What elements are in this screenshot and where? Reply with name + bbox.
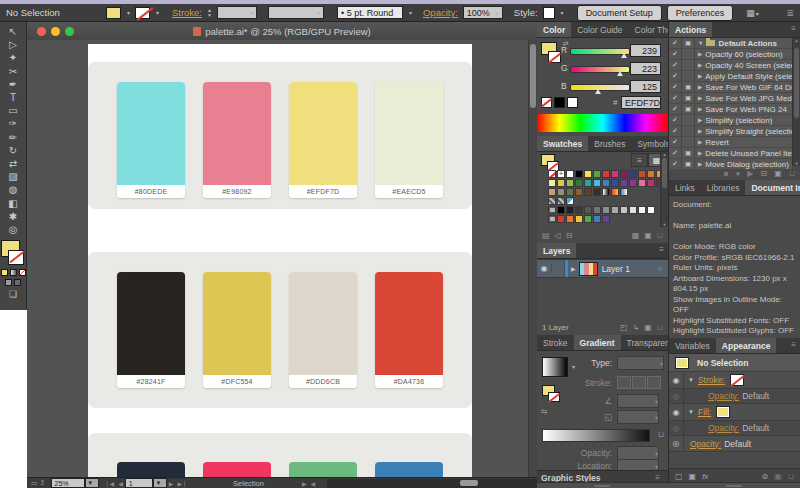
zoom-button[interactable] — [65, 27, 74, 36]
swatch-cell[interactable] — [611, 179, 619, 187]
swatch-cell[interactable] — [629, 197, 637, 205]
black-color-chip[interactable] — [554, 97, 565, 108]
swatch-cell[interactable] — [566, 215, 574, 223]
opacity-attribute-link[interactable]: Opacity: — [708, 391, 739, 401]
green-slider-thumb[interactable] — [617, 71, 623, 76]
stroke-attribute-link[interactable]: Stroke: — [698, 375, 725, 385]
visibility-eye-icon[interactable]: ◎ — [669, 421, 684, 435]
width-profile-select[interactable]: ▾ — [268, 6, 324, 19]
swatch-color[interactable] — [117, 82, 185, 185]
annotation-icon[interactable]: ▭ — [31, 479, 38, 487]
opacity-label-link[interactable]: Opacity: — [423, 7, 458, 18]
swatch-options-icon[interactable]: ⊟ — [566, 231, 573, 240]
swatch-cell[interactable] — [584, 206, 592, 214]
tool-icon[interactable]: ✱ — [3, 210, 23, 223]
none-color-chip[interactable] — [541, 97, 552, 108]
panel-menu-icon[interactable]: ≡ — [787, 22, 800, 37]
swatch-cell[interactable] — [638, 215, 646, 223]
tab-graphic-styles[interactable]: Graphic Styles — [541, 473, 601, 483]
action-row[interactable]: ✓ ▶ Revert — [669, 137, 792, 147]
stroke-label-link[interactable]: Stroke: — [172, 7, 202, 18]
canvas-pasteboard[interactable]: #80DEDE #E98092 #EFDF7D #EAECD5 #28241F — [27, 40, 537, 478]
color-swatch-card[interactable]: #E98092 — [203, 82, 271, 198]
action-check-icon[interactable]: ✓ — [669, 71, 682, 81]
add-fill-icon[interactable]: ▣ — [689, 472, 697, 481]
action-expand-icon[interactable]: ▶ — [698, 150, 702, 156]
color-swatch-card[interactable] — [203, 462, 271, 478]
swatch-cell[interactable] — [557, 179, 565, 187]
stroke-dropdown-icon[interactable]: ▾ — [156, 9, 159, 16]
swatch-color[interactable] — [375, 462, 443, 478]
action-row[interactable]: ✓ ▶ Opacity 40 Screen (select... — [669, 60, 792, 70]
swatch-cell[interactable] — [647, 197, 655, 205]
swatch-libraries-icon[interactable]: ▤ — [542, 231, 550, 240]
action-row[interactable]: ✓ ▣ ▶ Save For Web PNG 24 — [669, 104, 792, 114]
layer-thumbnail[interactable] — [579, 262, 598, 276]
layer-target-icon[interactable]: ○ — [657, 264, 662, 273]
layer-visibility-icon[interactable]: ◉ — [537, 264, 552, 273]
visibility-eye-icon[interactable]: ◎ — [669, 389, 684, 403]
brush-select[interactable]: • 5 pt. Round — [337, 6, 403, 19]
play-action-icon[interactable]: ▶ — [747, 169, 753, 178]
swatch-color[interactable] — [203, 82, 271, 185]
delete-item-icon[interactable]: ⊔ — [788, 472, 794, 481]
action-check-icon[interactable]: ✓ — [669, 82, 682, 92]
swatch-cell[interactable] — [611, 170, 619, 178]
vertical-scrollbar-thumb[interactable] — [530, 44, 536, 108]
draw-normal-icon[interactable] — [5, 279, 12, 286]
tool-icon[interactable]: ↻ — [3, 144, 23, 157]
color-swatch-card[interactable]: #EAECD5 — [375, 82, 443, 198]
red-slider-thumb[interactable] — [621, 53, 627, 58]
swatch-cell[interactable] — [611, 206, 619, 214]
tool-icon[interactable]: ◧ — [3, 196, 23, 209]
appearance-fill-row[interactable]: ◉ ▼ Fill: — [669, 404, 800, 421]
add-effect-icon[interactable]: fx — [702, 472, 708, 481]
new-layer-icon[interactable]: ▣ — [644, 323, 652, 332]
stroke-opacity-row[interactable]: ◎ Opacity: Default — [669, 389, 800, 404]
visibility-eye-icon[interactable]: ◉ — [669, 372, 684, 388]
action-row[interactable]: ✓ ▣ ▶ Delete Unused Panel Items — [669, 148, 792, 158]
stroke-color-chip[interactable] — [135, 7, 150, 19]
action-dialog-icon[interactable] — [682, 115, 695, 125]
dock-resize-strip[interactable] — [537, 482, 800, 488]
swatch-cell[interactable] — [620, 179, 628, 187]
color-swatch-card[interactable]: #28241F — [117, 272, 185, 388]
swatch-cell[interactable] — [602, 188, 610, 196]
tab-brushes[interactable]: Brushes — [588, 136, 631, 151]
tool-icon[interactable]: ⇄ — [3, 157, 23, 170]
color-swatch-card[interactable]: #80DEDE — [117, 82, 185, 198]
color-swatch-card[interactable] — [117, 462, 185, 478]
swatch-cell[interactable] — [629, 179, 637, 187]
color-swatch-card[interactable]: #EFDF7D — [289, 82, 357, 198]
swatches-scrollbar[interactable]: ▲▼ — [660, 152, 668, 227]
horizontal-scrollbar[interactable] — [327, 479, 537, 488]
expand-caret-icon[interactable]: ▼ — [688, 377, 694, 383]
record-icon[interactable]: ● — [735, 169, 740, 178]
action-expand-icon[interactable]: ▶ — [698, 128, 702, 134]
action-check-icon[interactable]: ✓ — [669, 49, 682, 59]
action-expand-icon[interactable]: ▶ — [698, 51, 702, 57]
blue-slider-thumb[interactable] — [595, 89, 601, 94]
swatch-cell[interactable] — [620, 215, 628, 223]
action-dialog-icon[interactable]: ▣ — [682, 38, 695, 48]
tool-icon[interactable]: ◎ — [3, 223, 23, 236]
stop-recording-icon[interactable]: ■ — [724, 169, 729, 178]
swatch-cell[interactable] — [593, 170, 601, 178]
action-expand-icon[interactable]: ▶ — [698, 95, 702, 101]
swatch-cell[interactable] — [575, 197, 583, 205]
prev-artboard-icon[interactable]: ◀ — [118, 480, 123, 487]
tool-icon[interactable]: ✂ — [3, 65, 23, 78]
swatch-cell[interactable] — [557, 206, 565, 214]
swatch-color[interactable] — [375, 82, 443, 185]
swatch-color[interactable] — [289, 272, 357, 375]
delete-action-icon[interactable]: ⊔ — [789, 169, 795, 178]
tab-links[interactable]: Links — [669, 180, 701, 195]
action-dialog-icon[interactable]: ▣ — [682, 148, 695, 158]
zoom-level-select[interactable]: 25% — [51, 478, 85, 488]
next-artboard-icon[interactable]: ▶ — [169, 480, 174, 487]
action-dialog-icon[interactable] — [682, 49, 695, 59]
new-sublayer-icon[interactable]: ↳ — [632, 323, 639, 332]
swatch-color[interactable] — [203, 462, 271, 478]
swatch-cell[interactable] — [584, 179, 592, 187]
action-expand-icon[interactable]: ▶ — [698, 117, 702, 123]
